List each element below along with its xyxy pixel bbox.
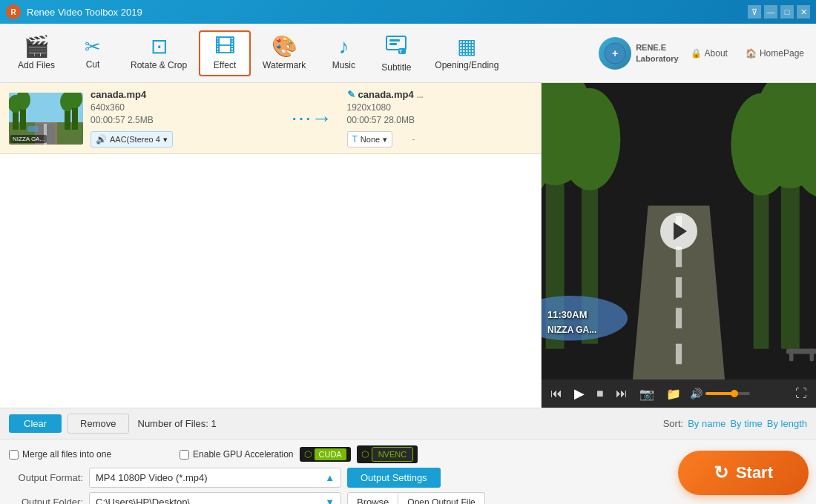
close-button[interactable]: ✕ [797, 5, 810, 19]
gpu-checkbox[interactable] [180, 450, 189, 460]
brand-logo: + RENE.E Laboratory [599, 37, 678, 70]
output-format-select[interactable]: MP4 1080P Video (*.mp4) ▲ [89, 468, 341, 488]
effect-label: Effect [214, 60, 236, 70]
toolbar-watermark[interactable]: 🎨 Watermark [251, 30, 317, 76]
volume-slider: 🔊 [690, 388, 750, 399]
subtitle-track-select[interactable]: T None ▾ [347, 131, 393, 147]
output-file-info: ✎ canada.mp4 ... 1920x1080 00:00:57 28.0… [347, 89, 533, 147]
open-folder-button[interactable]: 📁 [663, 385, 684, 402]
play-button-overlay[interactable] [660, 213, 697, 250]
merge-checkbox[interactable] [9, 450, 19, 460]
svg-rect-20 [27, 126, 39, 132]
svg-rect-44 [810, 349, 815, 362]
cut-icon: ✂ [85, 37, 101, 56]
video-preview: 11:30AM NIZZA GA... ⏮ ▶ ■ ⏭ 📷 📁 🔊 [542, 83, 816, 408]
opening-ending-label: Opening/Ending [435, 60, 499, 70]
output-duration-size: 00:00:57 28.0MB [347, 115, 533, 125]
sort-by-length[interactable]: By length [767, 418, 807, 429]
input-filename: canada.mp4 [91, 89, 276, 100]
svg-point-40 [731, 93, 792, 196]
sort-by-time[interactable]: By time [730, 418, 762, 429]
collapse-button[interactable]: ⊽ [748, 5, 761, 19]
nvidia-nvenc-icon: ⬡ [361, 449, 369, 460]
folder-dropdown-arrow: ▼ [325, 497, 335, 504]
convert-arrow: ⋯→ [283, 106, 340, 130]
add-files-label: Add Files [18, 60, 55, 70]
toolbar-music[interactable]: ♪ Music [317, 30, 369, 76]
sort-by-name[interactable]: By name [688, 418, 725, 429]
skip-forward-button[interactable]: ⏭ [613, 385, 631, 402]
merge-checkbox-item[interactable]: Merge all files into one [9, 449, 111, 460]
audio-dropdown-arrow: ▾ [163, 135, 168, 145]
file-controls: 🔊 AAC(Stereo 4 ▾ [91, 131, 276, 147]
arrow-icon: ⋯→ [291, 106, 332, 130]
toolbar-opening-ending[interactable]: ▦ Opening/Ending [423, 30, 510, 76]
toolbar-rotate-crop[interactable]: ⊡ Rotate & Crop [119, 30, 199, 76]
output-format-label: Output Format: [9, 472, 83, 483]
music-icon: ♪ [338, 36, 349, 57]
sort-section: Sort: By name By time By length [663, 418, 807, 429]
rotate-crop-icon: ⊡ [151, 36, 168, 57]
video-controls: ⏮ ▶ ■ ⏭ 📷 📁 🔊 ⛶ [542, 379, 816, 408]
bottom-bar: Clear Remove Number of Files: 1 Sort: By… [0, 408, 816, 439]
screenshot-button[interactable]: 📷 [636, 385, 657, 402]
minimize-button[interactable]: — [764, 5, 777, 19]
subtitle-icon: T [385, 33, 407, 59]
about-icon: 🔒 [691, 48, 702, 59]
input-duration-size: 00:00:57 2.5MB [91, 115, 276, 125]
svg-text:+: + [612, 47, 618, 59]
opening-ending-icon: ▦ [457, 36, 476, 57]
subtitle-label: Subtitle [381, 62, 411, 73]
toolbar-add-files[interactable]: 🎬 Add Files [6, 30, 67, 76]
subtitle-dropdown-arrow: ▾ [383, 135, 387, 145]
toolbar-effect[interactable]: 🎞 Effect [199, 30, 251, 76]
stop-button[interactable]: ■ [593, 385, 607, 402]
output-settings-button[interactable]: Output Settings [347, 468, 441, 488]
toolbar-right: + RENE.E Laboratory 🔒 About 🏠 HomePage [599, 37, 810, 70]
home-icon: 🏠 [746, 48, 757, 59]
volume-thumb [731, 390, 738, 397]
maximize-button[interactable]: □ [780, 5, 794, 19]
video-time-overlay: 11:30AM [547, 309, 587, 320]
about-button[interactable]: 🔒 About [685, 45, 734, 62]
brand-text: RENE.E Laboratory [636, 42, 678, 64]
toolbar-cut[interactable]: ✂ Cut [67, 31, 119, 76]
thumbnail-label: NIZZA GA... [10, 135, 47, 143]
fullscreen-button[interactable]: ⛶ [792, 385, 810, 402]
video-location-overlay: NIZZA GA... [547, 325, 596, 335]
remove-button[interactable]: Remove [68, 414, 128, 434]
gpu-checkbox-item[interactable]: Enable GPU Acceleration [180, 449, 293, 460]
start-button[interactable]: ↻ Start [678, 451, 809, 495]
volume-track[interactable] [705, 392, 750, 395]
main-content: NIZZA GA... canada.mp4 640x360 00:00:57 … [0, 83, 816, 408]
subtitle-track-icon: T [352, 134, 358, 145]
svg-rect-43 [789, 349, 794, 362]
homepage-button[interactable]: 🏠 HomePage [740, 45, 810, 62]
input-resolution: 640x360 [91, 102, 276, 113]
video-canvas[interactable]: 11:30AM NIZZA GA... [542, 83, 816, 379]
output-folder-select[interactable]: C:\Users\HP\Desktop\ ▼ [89, 492, 341, 504]
input-file-info: canada.mp4 640x360 00:00:57 2.5MB 🔊 AAC(… [91, 89, 276, 147]
app-title: Renee Video Toolbox 2019 [27, 7, 748, 18]
edit-icon: ✎ [347, 89, 355, 100]
svg-text:T: T [399, 49, 403, 54]
volume-icon: 🔊 [690, 388, 703, 399]
play-triangle-icon [674, 222, 687, 240]
nvenc-badge: NVENC [372, 447, 414, 462]
output-format-arrow: ▲ [325, 472, 335, 483]
audio-track-select[interactable]: 🔊 AAC(Stereo 4 ▾ [91, 131, 173, 147]
toolbar-subtitle[interactable]: T Subtitle [369, 27, 423, 79]
clear-button[interactable]: Clear [9, 414, 62, 433]
file-item: NIZZA GA... canada.mp4 640x360 00:00:57 … [0, 83, 541, 154]
file-list-area: NIZZA GA... canada.mp4 640x360 00:00:57 … [0, 83, 542, 408]
browse-button[interactable]: Browse [347, 492, 398, 504]
cut-label: Cut [86, 59, 100, 70]
watermark-icon: 🎨 [272, 36, 297, 57]
svg-point-34 [559, 88, 621, 190]
brand-circle: + [599, 37, 631, 70]
play-pause-button[interactable]: ▶ [571, 384, 588, 403]
volume-fill [705, 392, 732, 395]
toolbar: 🎬 Add Files ✂ Cut ⊡ Rotate & Crop 🎞 Effe… [0, 24, 816, 83]
open-output-button[interactable]: Open Output File [398, 492, 484, 504]
skip-back-button[interactable]: ⏮ [547, 385, 565, 402]
